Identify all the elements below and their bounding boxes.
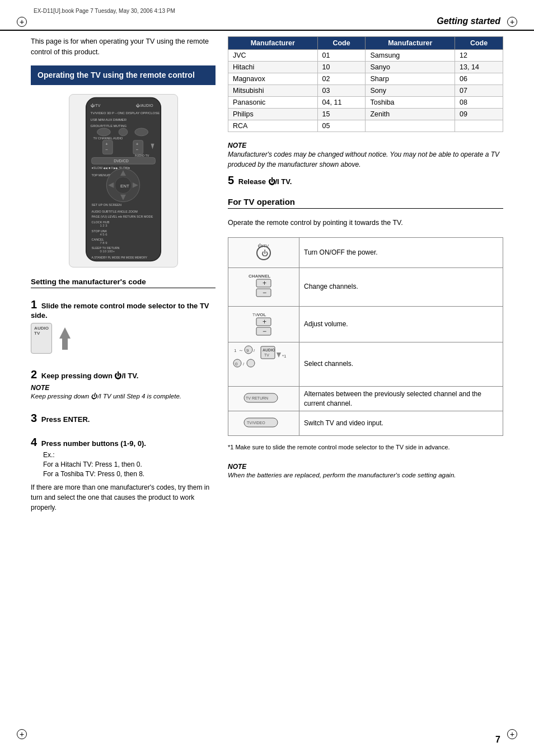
power-icon-cell: ⏻ ⏻/TV xyxy=(228,237,299,267)
svg-text:0  10  100+: 0 10 100+ xyxy=(100,250,115,253)
svg-text:/: / xyxy=(254,348,255,353)
footnote: *1 Make sure to slide the remote control… xyxy=(228,443,503,452)
svg-text:+: + xyxy=(135,142,138,147)
channel-icon: CHANNEL + − xyxy=(244,271,283,302)
table-row: Philips15Zenith09 xyxy=(228,109,503,120)
arrow-down-icon xyxy=(57,327,73,350)
table-row: ⏻ ⏻/TV Turn ON/OFF the power. xyxy=(228,237,503,267)
tv-op-title: For TV operation xyxy=(228,197,503,209)
svg-marker-64 xyxy=(277,353,281,358)
step-1-text: Slide the remote control mode selector t… xyxy=(31,302,209,320)
mfr-cell-6-2 xyxy=(366,120,455,132)
mfr-cell-2-1: 02 xyxy=(317,73,366,85)
tv-return-icon: TV RETURN xyxy=(241,389,286,406)
step1-illustration: AUDIOTV xyxy=(31,323,216,354)
step2-note-label: NOTE xyxy=(31,384,49,392)
svg-text:*1: *1 xyxy=(282,354,287,359)
svg-text:ENT: ENT xyxy=(120,184,129,189)
svg-text:⏻/TV: ⏻/TV xyxy=(257,243,269,248)
step-3-number: 3 xyxy=(31,412,37,424)
ex-text: For a Hitachi TV: Press 1, then 0.For a … xyxy=(43,461,144,478)
mfr-cell-3-1: 03 xyxy=(317,85,366,97)
select-chan-desc: Select channels. xyxy=(299,342,503,386)
tv-op-intro: Operate the remote control by pointing i… xyxy=(228,218,503,228)
tvvideo-icon-cell: TV/VIDEO xyxy=(228,411,299,436)
mfr-cell-4-1: 04, 11 xyxy=(317,97,366,109)
corner-mark-br xyxy=(507,729,517,739)
svg-text:SET UP          ON SCREEN: SET UP ON SCREEN xyxy=(91,203,121,206)
page-number: 7 xyxy=(495,735,500,745)
svg-text:⏻: ⏻ xyxy=(261,250,268,257)
tvvideo-desc: Switch TV and video input. xyxy=(299,411,503,436)
svg-text:−: − xyxy=(135,147,138,152)
step-5-text: Release ⏻/I TV. xyxy=(238,177,292,186)
svg-text:PAGE  (VU)  LEVEL mb  RETURN  : PAGE (VU) LEVEL mb RETURN SCR MODE xyxy=(91,215,153,218)
right-note: NOTE Manufacturer's codes may be changed… xyxy=(228,141,503,170)
svg-text:TV/VIDEO  3D P→ONC  DISPLAY  O: TV/VIDEO 3D P→ONC DISPLAY OPP/CLOSE xyxy=(90,111,160,115)
step-4-number: 4 xyxy=(31,436,37,448)
file-info: EX-D11[U].book Page 7 Tuesday, May 30, 2… xyxy=(34,8,175,14)
manufacturer-table: Manufacturer Code Manufacturer Code JVC0… xyxy=(228,36,503,132)
step-5: 5 Release ⏻/I TV. xyxy=(228,174,503,187)
table-row: Magnavox02Sharp06 xyxy=(228,73,503,85)
svg-marker-41 xyxy=(59,327,71,350)
tv-return-desc: Alternates between the previously select… xyxy=(299,386,503,411)
mfr-cell-6-1: 05 xyxy=(317,120,366,132)
step-3-text: Press ENTER. xyxy=(41,415,90,424)
mfr-cell-0-3: 12 xyxy=(455,50,503,62)
mfr-cell-1-0: Hitachi xyxy=(228,62,318,73)
remote-image: ⏻/TV ⏻/AUDIO TV/VIDEO 3D P→ONC DISPLAY O… xyxy=(69,94,178,267)
ex-label: Ex.: xyxy=(43,451,55,459)
mfr-cell-0-2: Samsung xyxy=(366,50,455,62)
mfr-cell-1-1: 10 xyxy=(317,62,366,73)
svg-text:−: − xyxy=(263,327,266,335)
svg-text:4   5   6: 4 5 6 xyxy=(100,233,107,236)
svg-text:⏻/AUDIO: ⏻/AUDIO xyxy=(135,104,153,107)
table-row: Mitsubishi03Sony07 xyxy=(228,85,503,97)
step2-note-text: Keep pressing down ⏻/I TV until Step 4 i… xyxy=(31,393,181,400)
right-note2-label: NOTE xyxy=(228,463,246,471)
power-icon: ⏻ ⏻/TV xyxy=(250,241,278,263)
volume-desc: Adjust volume. xyxy=(299,306,503,342)
mfr-cell-2-3: 06 xyxy=(455,73,503,85)
mfr-cell-6-3 xyxy=(455,120,503,132)
svg-text:AUDIO TV: AUDIO TV xyxy=(134,154,149,158)
tv-return-icon-cell: TV RETURN xyxy=(228,386,299,411)
svg-text:+: + xyxy=(105,142,108,147)
svg-text:7   8   9: 7 8 9 xyxy=(100,241,107,245)
step-2: 2 Keep pressing down ⏻/I TV. NOTE Keep p… xyxy=(31,368,216,401)
svg-text:−: − xyxy=(263,289,266,297)
power-desc: Turn ON/OFF the power. xyxy=(299,237,503,267)
table-row: 1 ～ 9 / AUDIO TV *1 xyxy=(228,342,503,386)
tvvideo-icon: TV/VIDEO xyxy=(241,414,286,431)
svg-text:CHANNEL: CHANNEL xyxy=(249,274,270,279)
mfr-cell-5-3: 09 xyxy=(455,109,503,120)
volume-icon: TV VOL + − xyxy=(247,309,280,337)
mfr-cell-1-2: Sanyo xyxy=(366,62,455,73)
intro-text: This page is for when operating your TV … xyxy=(31,36,216,58)
main-content: This page is for when operating your TV … xyxy=(31,36,503,725)
mfr-cell-2-0: Magnavox xyxy=(228,73,318,85)
step-4-text: Press number buttons (1-9, 0). xyxy=(41,439,146,448)
step-2-number: 2 xyxy=(31,368,37,381)
table-row: TV VOL + − Adjust volume. xyxy=(228,306,503,342)
svg-text:USB   M/M    AUX   DIMMER: USB M/M AUX DIMMER xyxy=(90,118,127,121)
svg-text:GROUP/TITLE        MUTING: GROUP/TITLE MUTING xyxy=(90,124,127,128)
mfr-cell-5-2: Zenith xyxy=(366,109,455,120)
svg-text:1: 1 xyxy=(234,348,237,353)
mfr-cell-3-3: 07 xyxy=(455,85,503,97)
left-column: This page is for when operating your TV … xyxy=(31,36,216,725)
step-1: 1 Slide the remote control mode selector… xyxy=(31,298,216,357)
mfr-cell-3-0: Mitsubishi xyxy=(228,85,318,97)
mfr-cell-5-0: Philips xyxy=(228,109,318,120)
right-note-label: NOTE xyxy=(228,142,246,149)
step-1-number: 1 xyxy=(31,298,37,311)
audio-tv-label: AUDIOTV xyxy=(34,326,49,336)
mfr-cell-4-3: 08 xyxy=(455,97,503,109)
mfr-cell-3-2: Sony xyxy=(366,85,455,97)
table-row: Panasonic04, 11Toshiba08 xyxy=(228,97,503,109)
mfr-cell-2-2: Sharp xyxy=(366,73,455,85)
step-2-text: Keep pressing down ⏻/I TV. xyxy=(41,372,139,380)
page-title: Getting started xyxy=(437,16,500,26)
channel-desc: Change channels. xyxy=(299,267,503,306)
